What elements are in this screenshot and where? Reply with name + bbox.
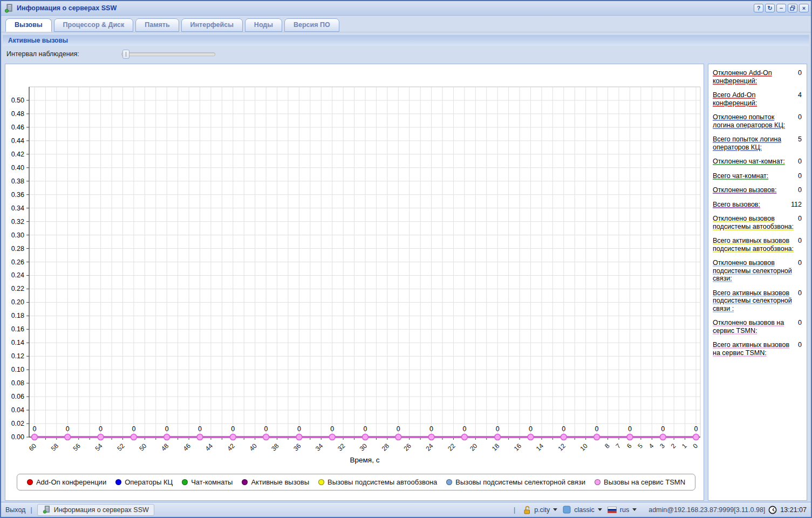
theme-selector[interactable]: classic bbox=[574, 506, 595, 514]
svg-text:0.12: 0.12 bbox=[11, 352, 24, 360]
legend-item: Активные вызовы bbox=[242, 478, 309, 486]
stat-row: Всего активных вызовов на сервис TSMN:0 bbox=[713, 341, 803, 357]
stat-label-link[interactable]: Всего активных вызовов на сервис TSMN: bbox=[713, 341, 794, 357]
svg-text:0: 0 bbox=[496, 425, 500, 433]
svg-text:34: 34 bbox=[314, 442, 325, 453]
exit-link[interactable]: Выход bbox=[5, 506, 25, 514]
stat-row: Всего активных вызовов подсистемы селект… bbox=[713, 289, 803, 313]
svg-text:22: 22 bbox=[446, 442, 457, 453]
close-button[interactable]: × bbox=[799, 4, 809, 12]
svg-text:0.14: 0.14 bbox=[11, 339, 24, 346]
svg-text:0.48: 0.48 bbox=[11, 110, 24, 118]
legend-color-dot bbox=[27, 479, 33, 485]
clock-icon bbox=[768, 506, 777, 514]
svg-text:20: 20 bbox=[468, 442, 479, 453]
svg-text:56: 56 bbox=[72, 442, 83, 453]
svg-text:40: 40 bbox=[248, 442, 258, 453]
window-controls: ?↻−× bbox=[754, 4, 809, 12]
legend-color-dot bbox=[115, 479, 121, 485]
svg-text:46: 46 bbox=[182, 442, 193, 453]
stat-row: Всего попыток логина операторов КЦ:5 bbox=[713, 135, 803, 151]
svg-text:0: 0 bbox=[529, 425, 533, 433]
svg-text:0.04: 0.04 bbox=[11, 406, 24, 414]
legend-item: Операторы КЦ bbox=[115, 478, 173, 486]
stat-label-link[interactable]: Всего активных вызовов подсистемы автооб… bbox=[713, 237, 794, 253]
language-selector[interactable]: rus bbox=[620, 506, 629, 514]
stat-label-link[interactable]: Отклонено чат-комнат: bbox=[713, 158, 794, 166]
stat-label-link[interactable]: Всего Add-On конференций: bbox=[713, 91, 794, 107]
legend-item: Вызовы подсистемы селекторной связи bbox=[446, 478, 585, 486]
tab-interfeysy[interactable]: Интерфейсы bbox=[181, 18, 243, 32]
svg-text:0: 0 bbox=[33, 425, 37, 433]
svg-text:0: 0 bbox=[66, 425, 70, 433]
russian-flag-icon bbox=[608, 507, 617, 513]
legend-label: Вызовы на сервис TSMN bbox=[604, 478, 685, 486]
svg-text:0.42: 0.42 bbox=[11, 151, 24, 158]
svg-text:Время, с: Время, с bbox=[350, 456, 380, 464]
taskbar-window-button[interactable]: Информация о серверах SSW bbox=[37, 504, 154, 516]
project-dropdown-arrow[interactable] bbox=[553, 508, 557, 511]
svg-text:0.20: 0.20 bbox=[11, 298, 24, 306]
svg-text:60: 60 bbox=[28, 442, 38, 453]
legend-label: Вызовы подсистемы автообзвона bbox=[327, 478, 437, 486]
session-info: admin@192.168.23.87:9999[3.11.0.98] bbox=[649, 506, 765, 514]
stat-label-link[interactable]: Отклонено вызовов подсистемы селекторной… bbox=[713, 259, 794, 283]
chart-legend: Add-On конференцииОператоры КЦЧат-комнат… bbox=[17, 474, 695, 490]
interval-row: Интервал наблюдения: bbox=[1, 46, 811, 62]
tab-pamyat[interactable]: Память bbox=[135, 18, 179, 32]
interval-slider-handle[interactable] bbox=[122, 50, 129, 59]
svg-text:54: 54 bbox=[93, 442, 104, 453]
svg-text:0.50: 0.50 bbox=[11, 97, 24, 104]
tab-bar: ВызовыПроцессор & ДискПамятьИнтерфейсыНо… bbox=[1, 16, 811, 32]
svg-text:32: 32 bbox=[336, 442, 347, 453]
stat-value: 4 bbox=[794, 91, 803, 99]
window-title: Информация о серверах SSW bbox=[17, 4, 117, 12]
taskbar-window-label: Информация о серверах SSW bbox=[54, 506, 149, 514]
stat-label-link[interactable]: Отклонено вызовов: bbox=[713, 186, 794, 194]
svg-text:42: 42 bbox=[226, 442, 237, 453]
lock-open-icon bbox=[523, 506, 531, 514]
stat-value: 0 bbox=[794, 172, 803, 180]
svg-text:48: 48 bbox=[160, 442, 170, 453]
stat-label-link[interactable]: Отклонено Add-On конференций: bbox=[713, 69, 794, 85]
stat-label-link[interactable]: Всего вызовов: bbox=[713, 201, 791, 209]
refresh-button[interactable]: ↻ bbox=[765, 4, 775, 12]
stat-label-link[interactable]: Отклонено вызовов на сервис TSMN: bbox=[713, 319, 794, 335]
svg-text:12: 12 bbox=[557, 442, 568, 453]
svg-text:0.26: 0.26 bbox=[11, 258, 24, 266]
legend-label: Чат-комнаты bbox=[191, 478, 233, 486]
stat-row: Всего активных вызовов подсистемы автооб… bbox=[713, 237, 803, 253]
minimize-button[interactable]: − bbox=[776, 4, 786, 12]
svg-text:0: 0 bbox=[198, 425, 202, 433]
restore-button[interactable] bbox=[788, 4, 797, 12]
statusbar-separator: | bbox=[514, 506, 515, 514]
svg-text:4: 4 bbox=[647, 442, 656, 450]
stat-value: 0 bbox=[794, 186, 803, 194]
tab-processor-disk[interactable]: Процессор & Диск bbox=[54, 18, 134, 32]
project-selector[interactable]: p.city bbox=[534, 506, 550, 514]
stat-label-link[interactable]: Отклонено вызовов подсистемы автообзвона… bbox=[713, 215, 794, 230]
svg-text:0.24: 0.24 bbox=[11, 271, 24, 279]
stat-label-link[interactable]: Отклонено попыток логина операторов КЦ: bbox=[713, 113, 794, 129]
interval-slider[interactable] bbox=[121, 52, 215, 56]
svg-text:10: 10 bbox=[578, 442, 589, 453]
svg-text:0: 0 bbox=[264, 425, 268, 433]
tab-nody[interactable]: Ноды bbox=[245, 18, 282, 32]
svg-text:0: 0 bbox=[132, 425, 135, 433]
stat-value: 0 bbox=[794, 215, 803, 222]
stat-label-link[interactable]: Всего активных вызовов подсистемы селект… bbox=[713, 289, 794, 313]
tab-versiya-po[interactable]: Версия ПО bbox=[284, 18, 339, 32]
stat-row: Отклонено попыток логина операторов КЦ:0 bbox=[713, 113, 803, 129]
svg-text:0: 0 bbox=[99, 425, 103, 433]
server-icon bbox=[4, 4, 13, 13]
tab-vyzovy[interactable]: Вызовы bbox=[5, 18, 52, 32]
stat-value: 0 bbox=[794, 113, 803, 121]
svg-text:0: 0 bbox=[165, 425, 169, 433]
chart-panel: 0.000.020.040.060.080.100.120.140.160.18… bbox=[5, 64, 704, 501]
svg-text:14: 14 bbox=[535, 442, 545, 453]
language-dropdown-arrow[interactable] bbox=[632, 508, 637, 511]
stat-label-link[interactable]: Всего попыток логина операторов КЦ: bbox=[713, 135, 794, 151]
theme-dropdown-arrow[interactable] bbox=[598, 508, 602, 511]
stat-label-link[interactable]: Всего чат-комнат: bbox=[713, 172, 794, 180]
help-button[interactable]: ? bbox=[754, 4, 763, 12]
